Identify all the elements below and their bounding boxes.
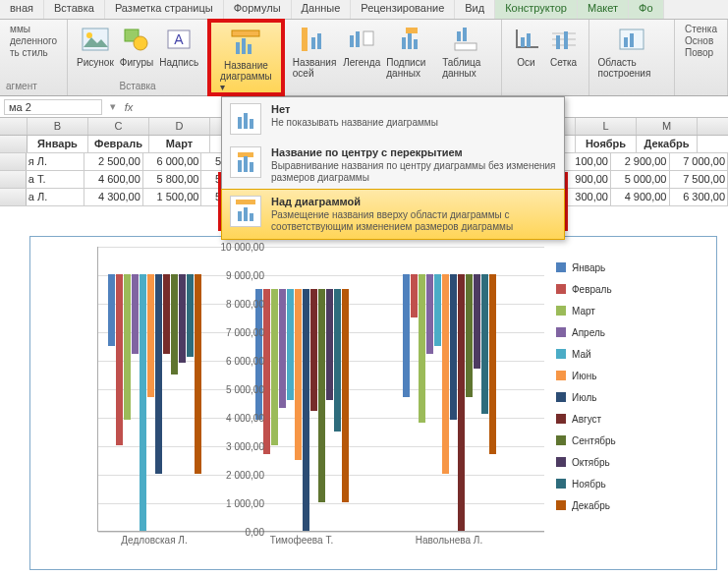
column-header[interactable]: B <box>28 118 88 135</box>
bar[interactable] <box>147 274 154 397</box>
legend-item[interactable]: Июнь <box>556 365 708 386</box>
bar[interactable] <box>295 289 302 460</box>
ribbon-shapes-button[interactable]: Фигуры <box>117 22 156 70</box>
legend-item[interactable]: Май <box>556 343 708 365</box>
bar[interactable] <box>458 274 465 531</box>
bar[interactable] <box>124 274 131 420</box>
bar[interactable] <box>279 289 286 409</box>
tab-data[interactable]: Данные <box>292 0 352 19</box>
bar[interactable] <box>171 274 178 374</box>
bar[interactable] <box>303 289 309 532</box>
bar[interactable] <box>132 274 139 354</box>
cell[interactable]: 4 600,00 <box>84 171 143 188</box>
bar[interactable] <box>489 274 496 454</box>
legend-item[interactable]: Апрель <box>556 321 708 343</box>
bar[interactable] <box>163 274 170 354</box>
tab-format[interactable]: Фо <box>629 0 663 19</box>
bar[interactable] <box>287 289 294 400</box>
cell[interactable]: я Л. <box>27 153 85 170</box>
cell[interactable]: 6 300,00 <box>670 189 729 205</box>
bar[interactable] <box>474 274 480 369</box>
bar[interactable] <box>116 274 123 445</box>
column-header[interactable]: M <box>637 118 698 135</box>
row-header[interactable] <box>0 189 27 205</box>
bar[interactable] <box>310 289 317 412</box>
tab-layout[interactable]: Разметка страницы <box>105 0 224 19</box>
bar[interactable] <box>411 274 418 317</box>
ribbon-legend-button[interactable]: Легенда <box>340 22 383 81</box>
cell[interactable]: а Л. <box>27 189 85 205</box>
ribbon-textbox-button[interactable]: A Надпись <box>156 22 201 70</box>
tab-chartlayout[interactable]: Макет <box>578 0 629 19</box>
cell[interactable]: 2 500,00 <box>84 153 143 170</box>
cell[interactable]: 2 900,00 <box>611 153 670 170</box>
bar[interactable] <box>326 289 333 400</box>
column-header[interactable]: C <box>88 118 149 135</box>
chart-object[interactable]: ЯнварьФевральМартАпрельМайИюньИюльАвгуст… <box>29 236 717 570</box>
cell[interactable]: 6 000,00 <box>143 153 202 170</box>
bar[interactable] <box>179 274 186 363</box>
bar[interactable] <box>466 274 473 397</box>
bar[interactable] <box>155 274 162 474</box>
ribbon-data-labels-button[interactable]: Подписи данных <box>383 22 439 81</box>
legend-item[interactable]: Декабрь <box>556 494 708 516</box>
dd-option-none[interactable]: НетНе показывать название диаграммы <box>222 97 564 141</box>
bar[interactable] <box>318 289 325 503</box>
dd-option-above-chart[interactable]: Над диаграммойРазмещение названия вверху… <box>221 189 565 240</box>
row-header[interactable] <box>0 136 28 152</box>
cell[interactable]: 7 500,00 <box>670 171 729 188</box>
bar[interactable] <box>108 274 115 346</box>
name-box[interactable]: ма 2 <box>4 99 102 115</box>
bar[interactable] <box>426 274 433 354</box>
tab-insert[interactable]: Вставка <box>44 0 105 19</box>
bar[interactable] <box>263 289 270 454</box>
bar[interactable] <box>403 274 410 397</box>
cell[interactable]: Март <box>149 136 210 152</box>
cell[interactable]: 1 500,00 <box>143 189 202 205</box>
fx-icon[interactable]: fx <box>120 101 138 113</box>
legend-item[interactable]: Сентябрь <box>556 430 708 451</box>
cell[interactable]: Январь <box>28 136 88 152</box>
row-header[interactable] <box>0 171 27 188</box>
bar[interactable] <box>442 274 449 474</box>
legend-item[interactable]: Ноябрь <box>556 473 708 494</box>
ribbon-gridlines-button[interactable]: Сетка <box>545 22 583 70</box>
tab-formulas[interactable]: Формулы <box>224 0 292 19</box>
column-header[interactable]: D <box>149 118 210 135</box>
bar[interactable] <box>271 289 278 446</box>
bar[interactable] <box>195 274 201 474</box>
tab-design[interactable]: Конструктор <box>495 0 578 19</box>
bar[interactable] <box>342 289 349 503</box>
bar[interactable] <box>187 274 194 357</box>
column-header[interactable] <box>0 118 28 135</box>
cell[interactable]: 5 000,00 <box>611 171 670 188</box>
column-header[interactable]: L <box>576 118 637 135</box>
bar[interactable] <box>140 274 146 531</box>
tab-home[interactable]: вная <box>0 0 44 19</box>
ribbon-chart-title-button[interactable]: Название диаграммы ▾ <box>208 20 284 95</box>
cell[interactable]: 4 300,00 <box>84 189 143 205</box>
bar[interactable] <box>434 274 441 346</box>
ribbon-picture-button[interactable]: Рисунок <box>74 22 117 70</box>
bar[interactable] <box>481 274 488 414</box>
legend-item[interactable]: Март <box>556 300 708 321</box>
cell[interactable]: Ноябрь <box>576 136 637 152</box>
legend-item[interactable]: Февраль <box>556 278 708 300</box>
tab-review[interactable]: Рецензирование <box>351 0 455 19</box>
ribbon-axes-button[interactable]: Оси <box>508 22 545 70</box>
ribbon-data-table-button[interactable]: Таблица данных <box>439 22 494 81</box>
cell[interactable]: Февраль <box>88 136 149 152</box>
legend-item[interactable]: Январь <box>556 257 708 278</box>
cell[interactable]: Декабрь <box>637 136 698 152</box>
cell[interactable]: а Т. <box>27 171 85 188</box>
bar[interactable] <box>334 289 341 432</box>
legend-item[interactable]: Октябрь <box>556 451 708 473</box>
dd-option-centered-overlay[interactable]: Название по центру с перекрытиемВыравнив… <box>222 141 564 190</box>
row-header[interactable] <box>0 153 27 170</box>
bar[interactable] <box>419 274 425 423</box>
legend-item[interactable]: Июль <box>556 386 708 408</box>
legend-item[interactable]: Август <box>556 408 708 430</box>
cell[interactable]: 7 000,00 <box>670 153 729 170</box>
ribbon-plot-area-button[interactable]: Область построения <box>595 22 669 81</box>
bar[interactable] <box>450 274 457 420</box>
